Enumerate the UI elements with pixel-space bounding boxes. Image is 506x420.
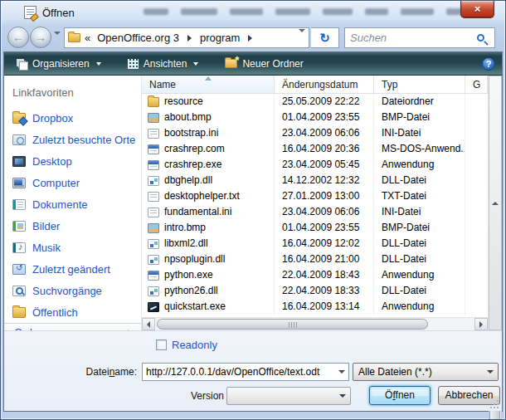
titlebar[interactable]: Öffnen × [1, 1, 505, 24]
version-select[interactable] [226, 387, 351, 405]
sidebar-item-label: Zuletzt geändert [32, 263, 110, 276]
file-size [465, 204, 488, 220]
table-row[interactable]: fundamental.ini 23.04.2009 06:06 INI-Dat… [142, 204, 488, 220]
scroll-right-icon[interactable] [474, 318, 488, 330]
table-row[interactable]: python.exe 22.04.2009 18:43 Anwendung [142, 267, 488, 283]
sidebar-item-public[interactable]: Öffentlich [4, 301, 141, 323]
sidebar-item-computer[interactable]: Computer [4, 172, 141, 193]
app-icon [148, 144, 159, 154]
file-date: 01.04.2009 23:55 [275, 220, 374, 236]
chevron-down-icon [96, 62, 101, 66]
search-input[interactable] [345, 32, 477, 44]
breadcrumb-separator-icon[interactable] [248, 35, 252, 42]
file-size [465, 125, 488, 141]
table-row[interactable]: dbghelp.dll 14.12.2002 12:32 DLL-Datei [142, 173, 488, 188]
views-icon [128, 59, 139, 69]
scroll-up-icon[interactable] [489, 76, 502, 330]
column-header-size[interactable]: G [465, 76, 488, 93]
address-dropdown-icon[interactable] [299, 32, 305, 44]
views-button[interactable]: Ansichten [122, 56, 205, 72]
sidebar-item-search[interactable]: Suchvorgänge [4, 280, 141, 301]
column-header-date[interactable]: Änderungsdatum [275, 76, 374, 93]
breadcrumb-item-root[interactable]: OpenOffice.org 3 [95, 30, 182, 46]
file-name: intro.bmp [164, 220, 206, 236]
sidebar-item-pictures[interactable]: Bilder [4, 215, 141, 237]
sidebar-item-dropbox[interactable]: Dropbox [4, 107, 141, 129]
music-icon [12, 242, 26, 253]
breadcrumb-separator-icon[interactable] [187, 35, 192, 42]
new-folder-button[interactable]: Neuer Ordner [219, 56, 309, 72]
resize-grip[interactable] [490, 400, 499, 409]
readonly-label[interactable]: Readonly [172, 339, 217, 351]
table-row[interactable]: quickstart.exe 16.04.2009 13:14 Anwendun… [142, 299, 488, 315]
address-bar[interactable]: « OpenOffice.org 3 program [64, 27, 309, 48]
sidebar-item-changed[interactable]: Zuletzt geändert [4, 258, 141, 280]
version-label: Version [120, 390, 224, 402]
sort-ascending-icon [205, 76, 212, 81]
table-row[interactable]: about.bmp 01.04.2009 23:55 BMP-Datei [142, 110, 488, 125]
sidebar-item-recent[interactable]: Zuletzt besuchte Orte [4, 129, 141, 150]
version-dropdown-icon [335, 388, 350, 404]
table-row[interactable]: resource 25.05.2009 22:22 Dateiordner [142, 94, 488, 110]
table-row[interactable]: crashrep.com 16.04.2009 20:36 MS-DOS-Anw… [142, 141, 488, 157]
file-size [465, 188, 488, 204]
open-button[interactable]: Öffnen [369, 386, 431, 405]
file-size [465, 173, 488, 188]
table-row[interactable]: crashrep.exe 23.04.2009 05:45 Anwendung [142, 157, 488, 173]
back-button[interactable]: ← [7, 27, 29, 48]
file-type: Anwendung [374, 157, 465, 173]
file-size [465, 220, 488, 236]
file-date: 23.04.2009 06:06 [275, 125, 374, 141]
sidebar-item-music[interactable]: Musik [4, 237, 141, 258]
file-type: TXT-Datei [374, 188, 465, 204]
file-date: 22.04.2009 18:33 [275, 283, 374, 299]
public-icon [12, 307, 26, 318]
file-date: 14.12.2002 12:32 [275, 173, 374, 188]
sidebar-item-label: Zuletzt besuchte Orte [32, 134, 135, 146]
filetype-value: Alle Dateien (*.*) [353, 366, 483, 378]
file-size [465, 141, 488, 157]
file-type: BMP-Datei [374, 110, 465, 125]
table-row[interactable]: bootstrap.ini 23.04.2009 06:06 INI-Datei [142, 125, 488, 141]
organize-button[interactable]: Organisieren [11, 56, 107, 72]
file-size [465, 110, 488, 125]
scroll-left-icon[interactable] [142, 318, 155, 330]
filename-dropdown-icon[interactable] [335, 364, 348, 380]
file-type: DLL-Datei [374, 283, 465, 299]
table-row[interactable]: desktophelper.txt 27.01.2009 13:00 TXT-D… [142, 188, 488, 204]
history-dropdown-icon[interactable] [54, 35, 61, 46]
refresh-button[interactable]: ↻ [311, 27, 339, 48]
app-icon [148, 160, 159, 170]
help-icon[interactable]: ? [482, 57, 495, 71]
column-header-type[interactable]: Typ [374, 76, 465, 93]
file-name: desktophelper.txt [164, 188, 240, 204]
dialog-icon [24, 6, 36, 19]
horizontal-scroll-thumb[interactable] [157, 319, 428, 330]
search-icon[interactable] [477, 34, 484, 42]
horizontal-scroll-track[interactable] [155, 318, 474, 330]
forward-button[interactable]: → [30, 27, 51, 48]
filename-input[interactable] [143, 366, 335, 378]
breadcrumb-item-program[interactable]: program [197, 30, 242, 46]
table-row[interactable]: intro.bmp 01.04.2009 23:55 BMP-Datei [142, 220, 488, 236]
quickstart-icon [148, 302, 159, 312]
table-row[interactable]: python26.dll 22.04.2009 18:33 DLL-Datei [142, 283, 488, 299]
readonly-checkbox[interactable] [156, 339, 167, 350]
table-row[interactable]: libxml2.dll 16.04.2009 12:02 DLL-Datei [142, 236, 488, 252]
sidebar-item-documents[interactable]: Dokumente [4, 193, 141, 215]
column-header-name[interactable]: Name [142, 76, 275, 93]
sidebar-item-desktop[interactable]: Desktop [4, 150, 141, 172]
file-name: quickstart.exe [164, 299, 226, 315]
file-size [465, 94, 488, 110]
file-name: bootstrap.ini [164, 125, 218, 141]
file-type: BMP-Datei [374, 220, 465, 236]
search-icon [12, 286, 26, 296]
file-list-panel: Name Änderungsdatum Typ G resource 25.0 [142, 76, 488, 330]
close-button[interactable]: × [460, 1, 494, 18]
table-row[interactable]: npsoplugin.dll 16.04.2009 21:00 DLL-Date… [142, 252, 488, 267]
filetype-select[interactable]: Alle Dateien (*.*) [353, 363, 499, 381]
file-name: libxml2.dll [164, 236, 208, 252]
file-type: DLL-Datei [374, 173, 465, 188]
vertical-scrollbar [488, 76, 502, 330]
breadcrumb-collapse[interactable]: « [85, 32, 90, 44]
